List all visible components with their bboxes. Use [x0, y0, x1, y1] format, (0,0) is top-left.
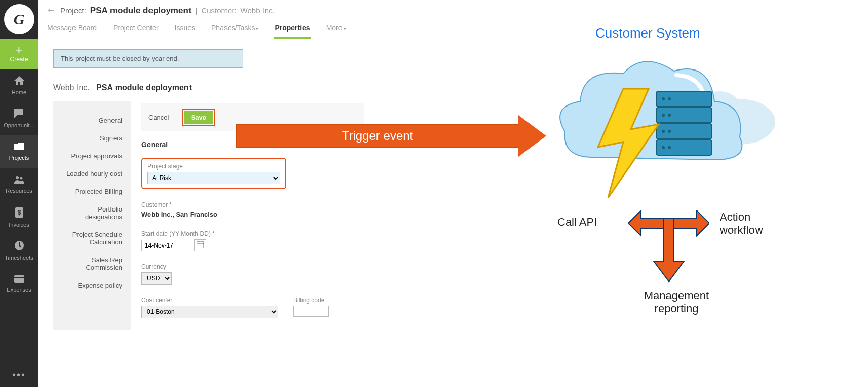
create-label: Create: [10, 56, 28, 63]
invoice-icon: $: [15, 207, 23, 220]
sidebar-item-timesheets[interactable]: Timesheets: [0, 234, 38, 267]
customer-prefix: Customer:: [201, 6, 236, 15]
save-button[interactable]: Save: [184, 111, 213, 124]
section-menu-sales-commission[interactable]: Sales Rep Commission: [53, 251, 131, 276]
arrow-head-icon: [518, 115, 546, 157]
clock-icon: [14, 240, 24, 253]
svg-point-24: [668, 146, 671, 149]
svg-point-0: [16, 176, 19, 179]
section-menu-projected-billing[interactable]: Projected Billing: [53, 183, 131, 200]
section-menu-schedule-calc[interactable]: Project Schedule Calculation: [53, 226, 131, 251]
card-icon: [14, 274, 24, 285]
customer-system-title: Customer System: [595, 25, 700, 41]
app-logo: G: [4, 4, 34, 34]
breadcrumb-customer: Webb Inc.: [53, 83, 90, 92]
management-reporting-label: Management reporting: [633, 289, 720, 315]
nav-label: Expenses: [7, 287, 31, 293]
customer-name: Webb Inc.: [241, 6, 275, 15]
sidebar-item-invoices[interactable]: $ Invoices: [0, 201, 38, 234]
save-highlight: Save: [182, 109, 215, 126]
nav-label: Invoices: [9, 222, 29, 228]
tab-properties[interactable]: Properties: [274, 21, 311, 39]
folder-icon: [14, 143, 24, 153]
section-menu-general[interactable]: General: [53, 112, 131, 129]
call-api-label: Call API: [557, 216, 597, 229]
section-menu-hourly-cost[interactable]: Loaded hourly cost: [53, 165, 131, 183]
sidebar-more-icon[interactable]: •••: [0, 363, 38, 387]
diagram-area: Customer System Trig: [380, 0, 866, 387]
svg-text:$: $: [17, 209, 21, 216]
section-menu-approvals[interactable]: Project approvals: [53, 147, 131, 165]
section-menu: General Signers Project approvals Loaded…: [53, 101, 131, 330]
tab-label: Phases/Tasks: [211, 24, 255, 32]
billing-code-label: Billing code: [293, 297, 329, 304]
billing-code-input[interactable]: [293, 306, 329, 317]
sidebar-item-opportunities[interactable]: Opportunit...: [0, 102, 38, 135]
trigger-arrow: Trigger event: [236, 118, 552, 154]
cancel-button[interactable]: Cancel: [148, 114, 169, 121]
sidebar-item-resources[interactable]: Resources: [0, 168, 38, 201]
section-menu-expense-policy[interactable]: Expense policy: [53, 276, 131, 294]
currency-select[interactable]: USD: [141, 272, 172, 285]
svg-point-19: [662, 114, 665, 117]
nav-label: Resources: [6, 188, 32, 194]
tab-bar: Message Board Project Center Issues Phas…: [46, 21, 371, 39]
action-workflow-label: Action workflow: [720, 210, 780, 237]
notice-banner: This project must be closed by year end.: [53, 49, 243, 68]
cost-center-select[interactable]: 01-Boston: [141, 306, 278, 318]
start-date-input[interactable]: [141, 240, 192, 251]
t-junction-arrows: [628, 210, 709, 282]
project-stage-label: Project stage: [147, 163, 280, 170]
nav-label: Timesheets: [5, 255, 33, 261]
svg-point-20: [668, 114, 671, 117]
project-stage-highlight: Project stage At Risk: [141, 158, 286, 189]
nav-label: Projects: [9, 155, 29, 161]
cost-center-label: Cost center: [141, 297, 278, 304]
calendar-icon[interactable]: [194, 239, 206, 251]
tab-message-board[interactable]: Message Board: [46, 21, 98, 39]
chevron-down-icon: ▾: [256, 26, 258, 31]
tab-issues[interactable]: Issues: [174, 21, 196, 39]
tab-more[interactable]: More▾: [325, 21, 347, 39]
svg-point-18: [668, 97, 671, 100]
svg-point-17: [662, 97, 665, 100]
left-sidebar: G + Create Home Opportunit... Projects R…: [0, 0, 38, 387]
sidebar-item-expenses[interactable]: Expenses: [0, 267, 38, 300]
customer-value: Webb Inc., San Franciso: [141, 210, 364, 218]
project-stage-select[interactable]: At Risk: [147, 172, 280, 184]
svg-rect-6: [14, 277, 24, 278]
project-prefix: Project:: [60, 6, 86, 15]
customer-separator: |: [195, 6, 197, 15]
svg-point-1: [20, 177, 22, 179]
body-area: This project must be closed by year end.…: [38, 39, 380, 340]
currency-label: Currency: [141, 263, 364, 270]
people-icon: [14, 175, 24, 186]
sidebar-item-projects[interactable]: Projects: [0, 135, 38, 168]
create-button[interactable]: + Create: [0, 39, 38, 69]
home-icon: [14, 76, 24, 88]
tab-label: More: [326, 24, 343, 32]
section-menu-signers[interactable]: Signers: [53, 129, 131, 147]
plus-icon: +: [16, 45, 22, 56]
app-main: ← Project: PSA module deployment | Custo…: [38, 0, 380, 387]
chat-icon: [14, 109, 24, 121]
sidebar-item-home[interactable]: Home: [0, 69, 38, 102]
svg-point-21: [662, 130, 665, 133]
project-name: PSA module deployment: [90, 6, 192, 16]
section-menu-portfolio[interactable]: Portfolio designations: [53, 200, 131, 226]
tab-phases-tasks[interactable]: Phases/Tasks▾: [210, 21, 259, 39]
cloud-graphic: [552, 56, 775, 198]
breadcrumb: Webb Inc. PSA module deployment: [53, 83, 364, 92]
trigger-arrow-label: Trigger event: [236, 124, 519, 148]
start-date-label: Start date (YY-Month-DD) *: [141, 230, 364, 237]
tab-project-center[interactable]: Project Center: [112, 21, 159, 39]
nav-label: Home: [12, 89, 26, 95]
nav-label: Opportunit...: [4, 122, 34, 128]
customer-label: Customer *: [141, 201, 364, 208]
svg-rect-7: [197, 242, 204, 248]
back-arrow-icon[interactable]: ←: [46, 4, 56, 16]
breadcrumb-project: PSA module deployment: [96, 83, 192, 92]
svg-rect-5: [14, 275, 24, 283]
svg-point-22: [668, 130, 671, 133]
svg-point-23: [662, 146, 665, 149]
